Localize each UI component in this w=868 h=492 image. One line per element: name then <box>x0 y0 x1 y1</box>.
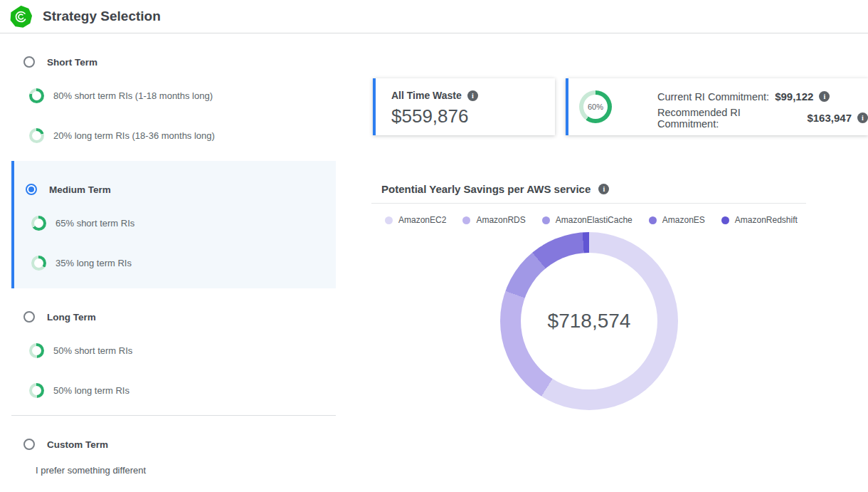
split-label: 20% long term RIs (18-36 months long) <box>53 130 215 141</box>
waste-card-value: $559,876 <box>391 105 468 127</box>
waste-card-label: All Time Waste <box>391 90 462 101</box>
chart-title: Potential Yearly Savings per AWS service <box>381 183 591 195</box>
all-time-waste-card: All Time Waste i $559,876 <box>373 78 555 135</box>
long-term-split-2: 50% long term RIs <box>29 382 129 398</box>
strategy-option-custom-term[interactable]: Custom Term <box>23 439 108 450</box>
strategy-option-medium-term[interactable]: Medium Term <box>26 184 111 195</box>
radio-long-term[interactable] <box>23 311 35 323</box>
short-term-split-2: 20% long term RIs (18-36 months long) <box>29 127 215 143</box>
legend-item-amazonec2[interactable]: AmazonEC2 <box>385 215 446 225</box>
legend-label: AmazonEC2 <box>398 215 446 225</box>
cloudability-logo-icon <box>10 6 32 28</box>
info-icon[interactable]: i <box>598 184 609 194</box>
radio-medium-term[interactable] <box>26 184 37 195</box>
medium-term-split-1: 65% short term RIs <box>31 215 134 231</box>
legend-label: AmazonES <box>662 215 705 225</box>
short-term-split-1: 80% short term RIs (1-18 months long) <box>29 88 213 103</box>
legend-item-amazonelasticache[interactable]: AmazonElastiCache <box>542 215 633 225</box>
legend-dot <box>542 216 550 224</box>
legend-label: AmazonRDS <box>476 215 525 225</box>
progress-ring-50b <box>29 383 44 398</box>
recommended-ri-label: Recommended RI Commitment: <box>657 107 801 130</box>
split-label: 50% long term RIs <box>53 385 129 396</box>
section-label: Medium Term <box>49 184 111 195</box>
progress-ring-35 <box>31 256 46 271</box>
sidebar-divider <box>11 415 336 416</box>
section-label: Long Term <box>47 312 96 323</box>
progress-ring-50a <box>29 343 44 358</box>
strategy-option-long-term[interactable]: Long Term <box>23 311 96 323</box>
legend-dot <box>385 216 393 224</box>
page-title: Strategy Selection <box>43 9 161 24</box>
chart-legend: AmazonEC2 AmazonRDS AmazonElastiCache Am… <box>385 215 798 225</box>
split-label: 50% short term RIs <box>53 345 132 356</box>
progress-ring-20 <box>29 128 44 143</box>
info-icon[interactable]: i <box>857 112 868 123</box>
recommended-ri-value: $163,947 <box>807 112 852 124</box>
radio-short-term[interactable] <box>23 56 35 68</box>
custom-term-description: I prefer something different <box>36 465 146 476</box>
progress-ring-80 <box>29 88 44 103</box>
strategy-option-short-term[interactable]: Short Term <box>23 56 97 68</box>
progress-ring-65 <box>31 216 46 231</box>
chart-divider <box>371 203 806 204</box>
legend-dot <box>462 216 470 224</box>
long-term-split-1: 50% short term RIs <box>29 342 132 358</box>
gauge-percent-label: 60% <box>588 103 603 111</box>
donut-center-value: $718,574 <box>500 232 678 410</box>
split-label: 65% short term RIs <box>55 218 134 229</box>
medium-term-split-2: 35% long term RIs <box>31 255 132 271</box>
section-label: Custom Term <box>47 439 108 450</box>
legend-label: AmazonRedshift <box>735 215 798 225</box>
savings-donut-ring[interactable]: $718,574 <box>500 232 678 410</box>
commitment-gauge: 60% <box>579 90 612 123</box>
ri-commitment-card: 60% Current RI Commitment: $99,122 i Rec… <box>566 78 868 135</box>
legend-item-amazones[interactable]: AmazonES <box>649 215 705 225</box>
recommended-ri-commitment-row: Recommended RI Commitment: $163,947 i <box>657 110 868 125</box>
legend-item-amazonrds[interactable]: AmazonRDS <box>462 215 525 225</box>
legend-item-amazonredshift[interactable]: AmazonRedshift <box>721 215 798 225</box>
current-ri-commitment-row: Current RI Commitment: $99,122 i <box>657 89 868 104</box>
info-icon[interactable]: i <box>467 90 478 101</box>
legend-label: AmazonElastiCache <box>556 215 633 225</box>
legend-dot <box>721 216 729 224</box>
app-header: Strategy Selection <box>0 0 868 33</box>
section-label: Short Term <box>47 57 97 68</box>
legend-dot <box>649 216 657 224</box>
current-ri-label: Current RI Commitment: <box>657 91 769 103</box>
current-ri-value: $99,122 <box>775 90 813 103</box>
radio-custom-term[interactable] <box>23 439 35 450</box>
info-icon[interactable]: i <box>819 91 830 102</box>
split-label: 80% short term RIs (1-18 months long) <box>53 90 213 101</box>
split-label: 35% long term RIs <box>55 258 132 268</box>
